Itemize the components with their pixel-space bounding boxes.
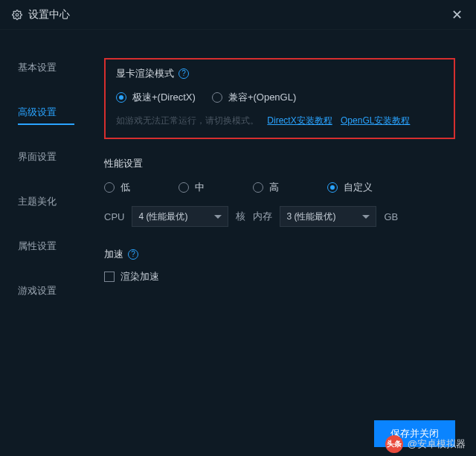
radio-opengl-label: 兼容+(OpenGL) (228, 91, 296, 104)
performance-title: 性能设置 (104, 157, 455, 170)
help-icon[interactable]: ? (128, 249, 138, 260)
performance-title-text: 性能设置 (104, 157, 143, 170)
radio-medium[interactable]: 中 (178, 181, 253, 194)
mem-select-value: 3 (性能最优) (286, 211, 335, 223)
radio-low-label: 低 (120, 181, 130, 194)
watermark-badge: 头条 (385, 435, 403, 453)
radio-low[interactable]: 低 (104, 181, 178, 194)
link-opengl-tutorial[interactable]: OpenGL安装教程 (341, 115, 410, 126)
cpu-unit: 核 (236, 210, 245, 223)
render-mode-title: 显卡渲染模式 ? (116, 67, 443, 80)
radio-high-label: 高 (269, 181, 279, 194)
radio-circle-icon (253, 182, 263, 193)
radio-medium-label: 中 (195, 181, 205, 194)
radio-circle-icon (116, 92, 126, 103)
render-accel-checkbox[interactable]: 渲染加速 (104, 270, 159, 283)
radio-circle-icon (212, 92, 222, 103)
checkbox-box-icon (104, 272, 115, 282)
titlebar: 设置中心 ✕ (0, 0, 476, 30)
radio-circle-icon (104, 182, 115, 193)
sidebar-item-basic[interactable]: 基本设置 (18, 52, 97, 83)
sidebar-item-advanced[interactable]: 高级设置 (18, 97, 97, 128)
performance-section: 性能设置 低 中 高 自定义 (104, 157, 455, 227)
chevron-down-icon (362, 215, 370, 219)
main-panel: 显卡渲染模式 ? 极速+(DirectX) 兼容+(OpenGL) 如游戏无法正… (97, 52, 476, 411)
render-mode-options: 极速+(DirectX) 兼容+(OpenGL) (116, 91, 443, 104)
radio-custom-label: 自定义 (344, 181, 373, 194)
radio-circle-icon (327, 182, 338, 193)
radio-high[interactable]: 高 (253, 181, 327, 194)
chevron-down-icon (214, 215, 222, 219)
cpu-label: CPU (104, 211, 124, 222)
render-mode-section: 显卡渲染模式 ? 极速+(DirectX) 兼容+(OpenGL) 如游戏无法正… (104, 58, 455, 139)
sidebar: 基本设置 高级设置 界面设置 主题美化 属性设置 游戏设置 (0, 52, 97, 411)
close-icon[interactable]: ✕ (449, 7, 464, 22)
content-area: 基本设置 高级设置 界面设置 主题美化 属性设置 游戏设置 显卡渲染模式 ? 极… (0, 30, 476, 411)
cpu-select[interactable]: 4 (性能最优) (132, 206, 228, 227)
render-mode-title-text: 显卡渲染模式 (116, 67, 174, 80)
cpu-select-value: 4 (性能最优) (138, 211, 187, 223)
help-icon[interactable]: ? (178, 68, 189, 79)
radio-opengl[interactable]: 兼容+(OpenGL) (212, 91, 296, 104)
sidebar-item-game[interactable]: 游戏设置 (18, 275, 97, 306)
mem-unit: GB (384, 211, 398, 222)
acceleration-title: 加速 ? (104, 248, 455, 261)
sidebar-item-theme[interactable]: 主题美化 (18, 186, 97, 217)
mem-label: 内存 (253, 210, 272, 223)
radio-directx-label: 极速+(DirectX) (132, 91, 196, 104)
acceleration-section: 加速 ? 渲染加速 (104, 248, 455, 284)
watermark: 头条 @安卓模拟器 (385, 435, 466, 453)
sidebar-item-interface[interactable]: 界面设置 (18, 141, 97, 173)
radio-directx[interactable]: 极速+(DirectX) (116, 91, 196, 104)
mem-select[interactable]: 3 (性能最优) (280, 206, 376, 227)
sidebar-item-property[interactable]: 属性设置 (18, 231, 97, 262)
gear-icon (12, 10, 22, 20)
render-hint: 如游戏无法正常运行，请切换模式。 DirectX安装教程 OpenGL安装教程 (116, 115, 443, 127)
resource-row: CPU 4 (性能最优) 核 内存 3 (性能最优) GB (104, 206, 455, 227)
render-accel-label: 渲染加速 (120, 270, 159, 283)
radio-circle-icon (178, 182, 189, 193)
svg-point-0 (16, 13, 19, 16)
link-directx-tutorial[interactable]: DirectX安装教程 (267, 115, 332, 126)
window-title: 设置中心 (28, 8, 70, 22)
render-hint-text: 如游戏无法正常运行，请切换模式。 (116, 115, 259, 126)
radio-custom[interactable]: 自定义 (327, 181, 373, 194)
performance-options: 低 中 高 自定义 (104, 181, 455, 194)
watermark-text: @安卓模拟器 (408, 437, 466, 451)
acceleration-title-text: 加速 (104, 248, 123, 261)
